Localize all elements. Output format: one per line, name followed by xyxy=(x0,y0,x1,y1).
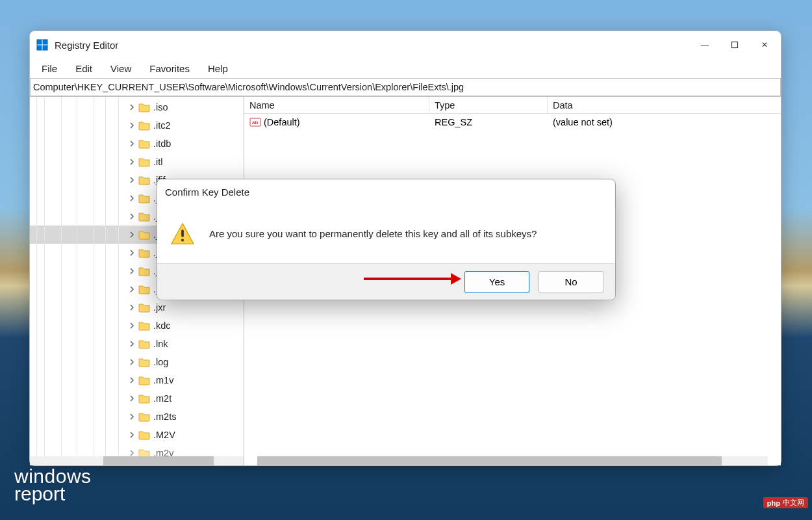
values-columns-header[interactable]: Name Type Data xyxy=(244,97,781,114)
chevron-right-icon[interactable] xyxy=(127,376,136,385)
chevron-right-icon[interactable] xyxy=(127,121,136,130)
tree-item-label: .m2t xyxy=(153,393,171,404)
menu-help[interactable]: Help xyxy=(199,62,237,75)
yes-button[interactable]: Yes xyxy=(464,271,529,293)
scrollbar-thumb[interactable] xyxy=(103,456,214,465)
chevron-right-icon[interactable] xyxy=(127,394,136,403)
folder-icon xyxy=(138,229,150,240)
string-value-icon: ab xyxy=(249,116,261,128)
value-type: REG_SZ xyxy=(429,117,548,127)
folder-icon xyxy=(138,157,150,167)
tree-item[interactable]: .itdb xyxy=(30,135,244,153)
tree-item[interactable]: .M2V xyxy=(30,426,244,444)
value-name: (Default) xyxy=(264,117,300,127)
tree-item[interactable]: .log xyxy=(30,353,244,371)
watermark-windows-report: windows report xyxy=(14,467,92,503)
tree-item[interactable]: .m2t xyxy=(30,389,244,408)
tree-item-label: .log xyxy=(153,357,168,367)
minimize-button[interactable]: — xyxy=(690,31,720,58)
warning-icon xyxy=(170,222,195,246)
watermark-php-badge: php 中文网 xyxy=(763,497,808,508)
folder-icon xyxy=(138,375,150,385)
folder-icon xyxy=(138,193,150,203)
tree-item-label: .itdb xyxy=(153,138,171,149)
dialog-title: Confirm Key Delete xyxy=(157,179,615,204)
titlebar: Registry Editor — ✕ xyxy=(30,31,781,58)
folder-icon xyxy=(138,284,150,294)
tree-item-label: .lnk xyxy=(153,339,168,349)
svg-text:ab: ab xyxy=(252,120,258,125)
menu-file[interactable]: File xyxy=(32,62,66,75)
tree-horizontal-scrollbar[interactable] xyxy=(30,456,244,465)
window-title: Registry Editor xyxy=(55,40,118,51)
no-button[interactable]: No xyxy=(539,271,603,293)
menubar: File Edit View Favorites Help xyxy=(30,58,781,78)
folder-icon xyxy=(138,102,150,112)
tree-item-label: .kdc xyxy=(153,320,171,331)
svg-rect-5 xyxy=(181,229,184,237)
folder-icon xyxy=(138,302,150,313)
column-header-data[interactable]: Data xyxy=(548,97,781,113)
tree-item[interactable]: .itl xyxy=(30,153,244,171)
folder-icon xyxy=(138,211,150,222)
menu-favorites[interactable]: Favorites xyxy=(140,62,199,75)
folder-icon xyxy=(138,120,150,131)
tree-item-label: .iso xyxy=(153,102,168,112)
column-header-name[interactable]: Name xyxy=(244,97,429,113)
chevron-right-icon[interactable] xyxy=(127,212,136,221)
tree-item[interactable]: .m2ts xyxy=(30,408,244,426)
svg-rect-1 xyxy=(732,42,738,48)
folder-icon xyxy=(138,175,150,185)
chevron-right-icon[interactable] xyxy=(127,194,136,203)
address-path[interactable]: Computer\HKEY_CURRENT_USER\Software\Micr… xyxy=(31,81,780,94)
tree-item[interactable]: .itc2 xyxy=(30,116,244,135)
chevron-right-icon[interactable] xyxy=(127,321,136,330)
chevron-right-icon[interactable] xyxy=(127,139,136,148)
folder-icon xyxy=(138,411,150,422)
close-button[interactable]: ✕ xyxy=(750,31,780,58)
folder-icon xyxy=(138,320,150,331)
address-bar[interactable]: Computer\HKEY_CURRENT_USER\Software\Micr… xyxy=(30,78,781,96)
folder-icon xyxy=(138,339,150,349)
tree-item-label: .itl xyxy=(153,157,163,167)
chevron-right-icon[interactable] xyxy=(127,157,136,166)
folder-icon xyxy=(138,266,150,276)
chevron-right-icon[interactable] xyxy=(127,230,136,239)
tree-item[interactable]: .iso xyxy=(30,98,244,116)
column-header-type[interactable]: Type xyxy=(429,97,548,113)
tree-item[interactable]: .kdc xyxy=(30,317,244,335)
chevron-right-icon[interactable] xyxy=(127,303,136,312)
chevron-right-icon[interactable] xyxy=(127,430,136,439)
confirm-key-delete-dialog: Confirm Key Delete Are you sure you want… xyxy=(157,179,616,300)
value-row[interactable]: ab (Default) REG_SZ (value not set) xyxy=(244,114,781,131)
tree-item-label: .m1v xyxy=(153,375,173,385)
folder-icon xyxy=(138,430,150,440)
tree-item[interactable]: .jxr xyxy=(30,298,244,317)
chevron-right-icon[interactable] xyxy=(127,285,136,294)
folder-icon xyxy=(138,138,150,149)
dialog-button-bar: Yes No xyxy=(157,263,615,300)
folder-icon xyxy=(138,357,150,367)
values-horizontal-scrollbar[interactable] xyxy=(257,456,768,465)
tree-item-label: .itc2 xyxy=(153,120,171,131)
tree-item-label: .m2ts xyxy=(153,411,176,422)
regedit-icon xyxy=(36,39,48,51)
value-data: (value not set) xyxy=(548,117,613,127)
chevron-right-icon[interactable] xyxy=(127,266,136,276)
folder-icon xyxy=(138,393,150,404)
tree-item-label: .jxr xyxy=(153,302,166,313)
chevron-right-icon[interactable] xyxy=(127,412,136,421)
tree-item[interactable]: .m1v xyxy=(30,371,244,389)
menu-view[interactable]: View xyxy=(101,62,140,75)
chevron-right-icon[interactable] xyxy=(127,248,136,257)
svg-point-4 xyxy=(181,239,184,241)
chevron-right-icon[interactable] xyxy=(127,358,136,367)
tree-item[interactable]: .lnk xyxy=(30,335,244,353)
chevron-right-icon[interactable] xyxy=(127,176,136,185)
maximize-button[interactable] xyxy=(720,31,750,58)
scrollbar-thumb[interactable] xyxy=(257,456,722,465)
chevron-right-icon[interactable] xyxy=(127,103,136,112)
menu-edit[interactable]: Edit xyxy=(66,62,101,75)
folder-icon xyxy=(138,248,150,258)
chevron-right-icon[interactable] xyxy=(127,339,136,348)
